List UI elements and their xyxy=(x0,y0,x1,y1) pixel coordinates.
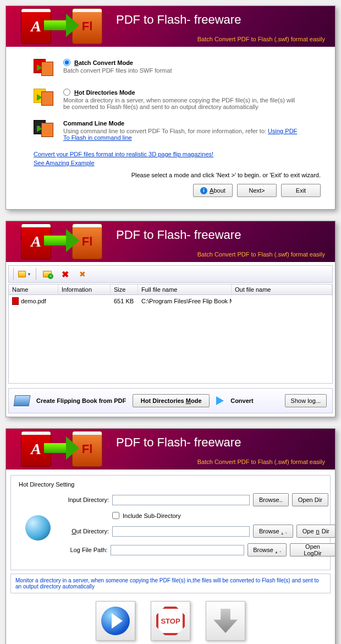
input-opendir-button[interactable]: Open Dir xyxy=(292,493,328,506)
settings-button[interactable]: ✖ xyxy=(76,268,89,281)
out-browse-button[interactable]: Browse.. xyxy=(253,525,293,538)
mode-cmd: C:\ Command Line Mode Using command line… xyxy=(34,120,324,141)
remove-button[interactable]: ✖ xyxy=(58,268,72,281)
create-flipbook-label[interactable]: Create Flipping Book from PDF xyxy=(36,397,126,404)
batch-radio[interactable] xyxy=(63,59,70,66)
app-title: PDF to Flash- freeware xyxy=(116,228,241,242)
col-name[interactable]: Name xyxy=(9,285,58,294)
batch-window: A Fl PDF to Flash- freeware Batch Conver… xyxy=(6,221,336,417)
batch-mode-icon xyxy=(34,59,57,79)
wizard-window: A Fl PDF to Flash- freeware Batch Conver… xyxy=(6,6,336,210)
hot-mode-icon xyxy=(34,89,57,108)
file-table: Name Information Size Full file name Out… xyxy=(8,284,333,384)
info-note: Monitor a directory in a server, when so… xyxy=(10,574,331,593)
table-row[interactable]: demo.pdf 651 KB C:\Program Files\Free Fl… xyxy=(9,295,332,307)
col-out[interactable]: Out file name xyxy=(232,285,332,294)
include-subdir-label: Include Sub-Directory xyxy=(123,512,181,519)
promo-link-2[interactable]: See Amazing Example xyxy=(34,160,324,166)
hot-directory-window: A Fl PDF to Flash- freeware Batch Conver… xyxy=(6,428,336,644)
app-subtitle: Batch Convert PDF to Flash (.swf) format… xyxy=(197,459,325,465)
out-opendir-button[interactable]: Open Dir xyxy=(296,525,336,538)
play-icon xyxy=(101,607,130,635)
fieldset-title: Hot Directory Setting xyxy=(19,481,322,488)
log-browse-button[interactable]: Browse,. xyxy=(248,543,287,556)
delete-icon: ✖ xyxy=(62,269,69,280)
app-logo: A Fl xyxy=(14,221,108,262)
hot-radio[interactable] xyxy=(63,89,70,96)
out-dir-field[interactable] xyxy=(112,526,250,537)
wizard-hint: Please select a mode and click 'Next >' … xyxy=(17,172,321,178)
pdf-file-icon xyxy=(12,297,19,305)
open-logdir-button[interactable]: Open LogDir xyxy=(290,543,336,556)
log-path-label: Log File Path: xyxy=(62,547,107,553)
app-logo: A Fl xyxy=(14,6,108,47)
add-folder-button[interactable]: + xyxy=(41,268,54,281)
add-file-button[interactable]: ▼ xyxy=(18,268,31,281)
input-dir-field[interactable] xyxy=(112,495,250,505)
down-arrow-icon xyxy=(213,609,238,633)
log-path-field[interactable] xyxy=(111,545,244,555)
app-logo: A Fl xyxy=(14,429,108,470)
app-subtitle: Batch Convert PDF to Flash (.swf) format… xyxy=(197,36,325,42)
input-dir-label: Input Directory: xyxy=(62,496,109,503)
folder-icon xyxy=(18,271,26,277)
stop-icon: STOP xyxy=(156,607,185,635)
exit-button[interactable]: Exit xyxy=(281,184,321,197)
input-browse-button[interactable]: Browse.. xyxy=(253,493,289,506)
action-bar: Create Flipping Book from PDF Hot Direct… xyxy=(8,388,333,413)
promo-link-1[interactable]: Convert your PDF files format into reali… xyxy=(34,151,324,157)
mode-batch: Batch Convert Mode Batch convert PDF fil… xyxy=(34,59,324,79)
download-button[interactable] xyxy=(206,601,245,641)
convert-icon xyxy=(216,396,224,405)
cmd-mode-icon: C:\ xyxy=(34,120,57,140)
col-full[interactable]: Full file name xyxy=(138,285,232,294)
folder-plus-icon: + xyxy=(43,271,52,277)
col-info[interactable]: Information xyxy=(58,285,111,294)
col-size[interactable]: Size xyxy=(111,285,138,294)
mode-hot: Hot Directories Mode Monitor a directory… xyxy=(34,89,324,110)
show-log-button[interactable]: Show log... xyxy=(285,394,327,407)
app-subtitle: Batch Convert PDF to Flash (.swf) format… xyxy=(197,251,325,258)
app-header: A Fl PDF to Flash- freeware Batch Conver… xyxy=(6,221,335,262)
next-button[interactable]: Next> xyxy=(237,184,277,197)
app-title: PDF to Flash- freeware xyxy=(116,13,241,27)
arrow-icon xyxy=(44,20,67,30)
convert-label[interactable]: Convert xyxy=(230,397,254,404)
info-icon: i xyxy=(200,187,207,194)
flipbook-icon xyxy=(14,395,31,406)
app-title: PDF to Flash- freeware xyxy=(116,435,241,450)
hot-desc: Monitor a directory in a server, when so… xyxy=(63,97,300,110)
out-dir-label: Out Directory: xyxy=(62,528,109,534)
start-button[interactable] xyxy=(96,601,135,641)
hot-directory-fieldset: Hot Directory Setting Input Directory: B… xyxy=(10,475,331,570)
toolbar: ▼ + ✖ ✖ xyxy=(8,265,333,283)
batch-desc: Batch convert PDF files into SWF format xyxy=(63,67,300,74)
app-header: A Fl PDF to Flash- freeware Batch Conver… xyxy=(6,429,335,470)
hot-directories-button[interactable]: Hot Directories Mode xyxy=(133,394,210,407)
about-button[interactable]: iAbout xyxy=(193,184,233,197)
app-header: A Fl PDF to Flash- freeware Batch Conver… xyxy=(6,6,335,47)
include-subdir-checkbox[interactable] xyxy=(112,512,119,519)
globe-icon xyxy=(25,515,51,541)
stop-button[interactable]: STOP xyxy=(151,601,190,641)
gear-icon: ✖ xyxy=(79,270,86,279)
